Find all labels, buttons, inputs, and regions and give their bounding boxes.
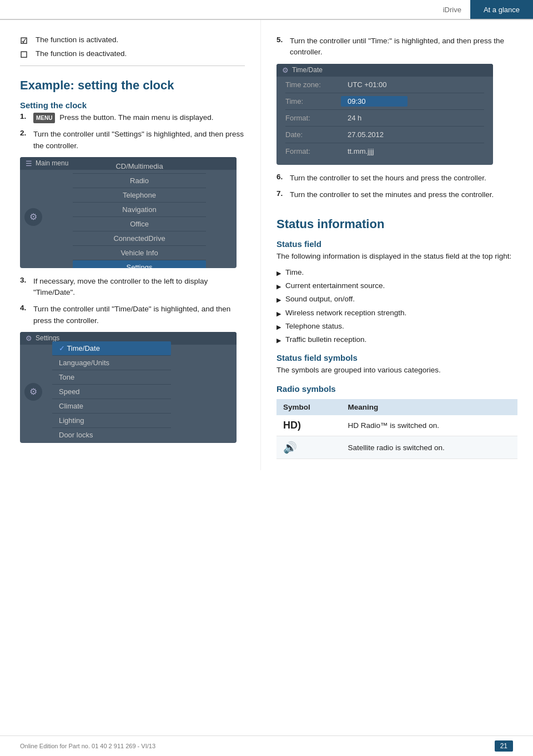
checkbox-checked-icon: ☑ [20, 36, 30, 46]
status-item-wireless: ▶ Wireless network reception strength. [276, 308, 517, 319]
settings-item-speed: Speed [52, 385, 171, 399]
timezone-value: UTC +01:00 [341, 79, 408, 90]
settings-item-timedate: Time/Date [52, 341, 171, 356]
timedate-icon: ⚙ [282, 66, 289, 74]
status-item-time: ▶ Time. [276, 267, 517, 278]
meaning-hd: HD Radio™ is switched on. [341, 415, 517, 436]
time-label: Time: [285, 97, 341, 105]
status-section-title: Status information [276, 217, 517, 231]
step-4-num: 4. [20, 304, 33, 312]
tri-bullet-icon: ▶ [276, 282, 281, 291]
main-content: ☑ The function is activated. ☐ The funct… [0, 20, 533, 470]
step-5-num: 5. [276, 36, 290, 44]
step-4-text: Turn the controller until "Time/Date" is… [33, 304, 245, 326]
main-menu-items: CD/Multimedia Radio Telephone Navigation… [47, 157, 232, 268]
timedate-screen-title: Time/Date [292, 66, 323, 74]
step-7-num: 7. [276, 189, 290, 198]
date-label: Date: [285, 130, 341, 139]
step-7-text: Turn the controller to set the minutes a… [290, 189, 494, 200]
status-item-traffic: ▶ Traffic bulletin reception. [276, 334, 517, 345]
date-format-value: tt.mm.jjjj [341, 146, 408, 157]
menu-item-connecteddrive: ConnectedDrive [73, 231, 206, 246]
menu-item-cd: CD/Multimedia [73, 159, 206, 174]
step-3-num: 3. [20, 276, 33, 284]
step-1: 1. MENU Press the button. The main menu … [20, 112, 245, 123]
step-2-text: Turn the controller until "Settings" is … [33, 129, 245, 152]
example-section-title: Example: setting the clock [20, 78, 245, 93]
menu-item-telephone: Telephone [73, 188, 206, 203]
status-item-telephone-text: Telephone status. [285, 321, 344, 332]
date-value: 27.05.2012 [341, 129, 408, 140]
symbol-satellite: 🔊 [276, 436, 341, 459]
satellite-radio-symbol: 🔊 [283, 441, 297, 453]
status-field-subtitle: Status field [276, 239, 517, 249]
settings-content: ⚙ Time/Date Language/Units Tone Speed Cl… [20, 345, 237, 439]
tri-bullet-icon: ▶ [276, 269, 281, 278]
step-6-text: Turn the controller to set the hours and… [290, 173, 486, 184]
status-item-wireless-text: Wireless network reception strength. [285, 308, 406, 319]
menu-item-settings: Settings [73, 260, 206, 268]
status-item-time-text: Time. [285, 267, 304, 278]
step-3-text: If necessary, move the controller to the… [33, 276, 245, 299]
status-item-sound-text: Sound output, on/off. [285, 294, 355, 305]
status-field-body: The following information is displayed i… [276, 251, 517, 263]
settings-screen: ⚙ Settings ⚙ Time/Date Language/Units To… [20, 332, 237, 443]
status-symbols-subtitle: Status field symbols [276, 353, 517, 362]
step-1-text: MENU Press the button. The main menu is … [33, 112, 214, 123]
settings-gear-circle: ⚙ [24, 383, 42, 401]
tri-bullet-icon: ▶ [276, 322, 281, 332]
status-item-entertainment: ▶ Current entertainment source. [276, 280, 517, 291]
date-format-label: Format: [285, 147, 341, 155]
step-2-num: 2. [20, 129, 33, 137]
radio-symbols-title: Radio symbols [276, 384, 517, 394]
settings-gear-icon: ⚙ [26, 334, 32, 342]
radio-symbols-table: Symbol Meaning HD) HD Radio™ is switched… [276, 399, 517, 459]
gear-circle-icon: ⚙ [24, 208, 42, 226]
tri-bullet-icon: ▶ [276, 309, 281, 319]
tri-bullet-icon: ▶ [276, 336, 281, 345]
table-row: 🔊 Satellite radio is switched on. [276, 436, 517, 459]
format-value: 24 h [341, 113, 408, 123]
settings-item-climate: Climate [52, 399, 171, 414]
page-number: 21 [495, 740, 513, 752]
timedate-timezone-row: Time zone: UTC +01:00 [285, 77, 484, 93]
step-4: 4. Turn the controller until "Time/Date"… [20, 304, 245, 326]
divider [20, 65, 245, 66]
table-header-symbol: Symbol [276, 399, 341, 415]
status-item-sound: ▶ Sound output, on/off. [276, 294, 517, 305]
main-menu-content: ⚙ CD/Multimedia Radio Telephone Navigati… [20, 170, 237, 264]
time-value: 09:30 [341, 96, 408, 107]
page-footer: Online Edition for Part no. 01 40 2 911 … [0, 735, 533, 756]
settings-item-doorlocks: Door locks [52, 428, 171, 442]
status-items-list: ▶ Time. ▶ Current entertainment source. … [276, 267, 517, 346]
menu-item-navigation: Navigation [73, 203, 206, 217]
step-6: 6. Turn the controller to set the hours … [276, 173, 517, 184]
header-idrive-label: iDrive [434, 0, 470, 19]
step-3: 3. If necessary, move the controller to … [20, 276, 245, 299]
status-symbols-body: The symbols are grouped into various cat… [276, 365, 517, 376]
settings-item-lighting: Lighting [52, 414, 171, 428]
timedate-format-row: Format: 24 h [285, 110, 484, 127]
page-header: iDrive At a glance [0, 0, 533, 20]
main-menu-screen: ☰ Main menu ⚙ CD/Multimedia Radio Teleph… [20, 157, 237, 268]
status-item-traffic-text: Traffic bulletin reception. [285, 334, 366, 345]
step-7: 7. Turn the controller to set the minute… [276, 189, 517, 200]
step-1-num: 1. [20, 112, 33, 120]
checkbox-unchecked-icon: ☐ [20, 50, 30, 60]
step-5-text: Turn the controller until "Time:" is hig… [290, 36, 517, 58]
timezone-label: Time zone: [285, 80, 341, 89]
table-row: HD) HD Radio™ is switched on. [276, 415, 517, 436]
activated-text: The function is activated. [36, 36, 118, 44]
step-5: 5. Turn the controller until "Time:" is … [276, 36, 517, 58]
hd-radio-symbol: HD) [283, 420, 301, 431]
meaning-satellite: Satellite radio is switched on. [341, 436, 517, 459]
menu-button-icon: MENU [33, 113, 55, 123]
status-item-entertainment-text: Current entertainment source. [285, 280, 385, 291]
menu-item-vehicle-info: Vehicle Info [73, 246, 206, 260]
tri-bullet-icon: ▶ [276, 295, 281, 305]
deactivated-text: The function is deactivated. [36, 49, 127, 58]
left-column: ☑ The function is activated. ☐ The funct… [0, 20, 261, 470]
main-menu-icon: ☰ [26, 159, 32, 168]
header-at-a-glance-label: At a glance [470, 0, 533, 19]
menu-item-radio: Radio [73, 174, 206, 188]
